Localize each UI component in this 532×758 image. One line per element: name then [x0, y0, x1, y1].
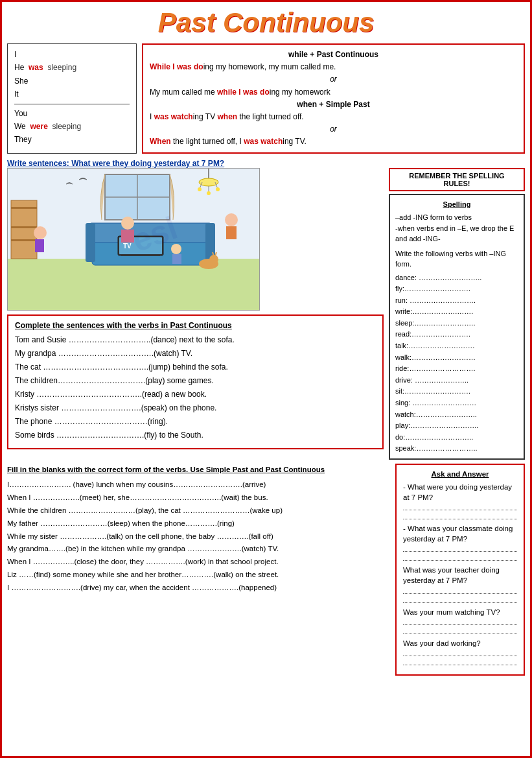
- spelling-rule-2: -when verbs end in –E, we drop the E and…: [395, 223, 518, 244]
- complete-sentence-2: The cat …………………………………..(jump) behind the…: [15, 361, 376, 373]
- ask-q-3: Was your mum watching TV?: [403, 607, 517, 617]
- ask-q-4: Was your dad working?: [403, 638, 517, 648]
- complete-sentence-7: Some birds …………………………….(fly) to the Sout…: [15, 429, 376, 441]
- verb-2: run: ……………………….: [395, 295, 518, 307]
- conj-you: You: [14, 107, 130, 120]
- rule-or-1: or: [150, 73, 517, 86]
- spelling-rule-1: –add -ING form to verbs: [395, 212, 518, 223]
- complete-sentence-4: Kristy …………………………………..(read) a new book.: [15, 388, 376, 400]
- verb-14: do:………………………..: [395, 432, 518, 444]
- svg-rect-16: [11, 239, 37, 241]
- ask-dots-4b: [403, 660, 517, 665]
- verb-4: sleep:……………………..: [395, 318, 518, 329]
- svg-point-11: [207, 191, 211, 195]
- fill-7: Liz ……(find) some money while she and he…: [7, 569, 390, 581]
- complete-title: Complete the sentences with the verbs in…: [15, 321, 376, 330]
- fill-6: When I ……………..(close) the door, they …………: [7, 556, 390, 568]
- verb-10: sit:……………………….: [395, 386, 518, 397]
- complete-sentence-5: Kristys sister ………………………….(speak) on the…: [15, 402, 376, 414]
- ask-dots-0b: [403, 514, 517, 519]
- conj-i: I: [14, 48, 130, 61]
- svg-text:TV: TV: [123, 243, 132, 250]
- fill-0: I……………………. (have) lunch when my cousins……: [7, 479, 390, 491]
- fill-1: When I ……………….(meet) her, she………………………………: [7, 492, 390, 504]
- svg-rect-19: [86, 223, 95, 262]
- svg-rect-32: [35, 239, 44, 252]
- rule-example-3: I was watching TV when the light turned …: [150, 111, 517, 123]
- ask-dots-0: [403, 505, 517, 510]
- fill-4: While my sister ……………….(talk) on the cel…: [7, 531, 390, 543]
- fill-title: Fill in the blanks with the correct form…: [7, 464, 390, 475]
- sleeping2-label: sleeping: [52, 122, 81, 131]
- page-container: Past Continuous I He was sleeping She It…: [7, 7, 525, 676]
- ask-dots-1b: [403, 556, 517, 561]
- top-section: I He was sleeping She It You We were sle…: [7, 43, 525, 154]
- rule-title-2: when + Simple Past: [150, 99, 517, 111]
- verb-list: dance: ……………….…….. fly:………………………. run: ……: [395, 272, 518, 455]
- complete-sentence-6: The phone ………………………………(ring).: [15, 416, 376, 427]
- svg-point-34: [209, 255, 218, 264]
- verb-6: talk:……………………….: [395, 340, 518, 352]
- ask-dots-3: [403, 620, 517, 625]
- rule-title-1: while + Past Continuous: [150, 49, 517, 61]
- ask-q-1: - What was your classmate doing yesterda…: [403, 523, 517, 544]
- verb-11: sing: ………………………: [395, 397, 518, 409]
- svg-point-29: [225, 213, 238, 226]
- ask-title: Ask and Answer: [403, 470, 517, 478]
- svg-rect-15: [11, 226, 37, 228]
- were-label: were: [30, 122, 47, 131]
- svg-point-12: [216, 187, 220, 191]
- page-title: Past Continuous: [7, 7, 525, 38]
- conjugation-box: I He was sleeping She It You We were sle…: [7, 43, 137, 154]
- remember-box: REMEMBER THE SPELLING RULES!: [389, 168, 525, 191]
- conj-she: She: [14, 75, 130, 88]
- conj-he: He was sleeping: [14, 61, 130, 74]
- svg-rect-14: [11, 207, 37, 209]
- complete-sentence-1: My grandpa ……………………………….(watch) TV.: [15, 348, 376, 359]
- rule-example-1: While I was doing my homework, my mum ca…: [150, 61, 517, 73]
- complete-sentence-3: The children…………………………….(play) some game…: [15, 375, 376, 386]
- bottom-section: Fill in the blanks with the correct form…: [7, 464, 525, 676]
- verb-13: play:………………………..: [395, 420, 518, 432]
- spelling-intro: Write the following verbs with –ING form…: [395, 248, 518, 270]
- fill-box: Fill in the blanks with the correct form…: [7, 464, 390, 676]
- rules-box: while + Past Continuous While I was doin…: [142, 43, 525, 154]
- svg-point-31: [34, 226, 47, 239]
- conj-we: We were sleeping: [14, 120, 130, 133]
- svg-rect-0: [8, 259, 259, 311]
- spelling-title: Spelling: [395, 199, 518, 210]
- rule-or-2: or: [150, 123, 517, 136]
- ask-q-0: - What were you doing yesterday at 7 PM?: [403, 482, 517, 503]
- complete-sentence-0: Tom and Susie …………………………..(dance) next t…: [15, 334, 376, 346]
- sleeping-label: sleeping: [47, 63, 76, 72]
- verb-12: watch:……………………..: [395, 409, 518, 421]
- spelling-box: Spelling –add -ING form to verbs -when v…: [389, 194, 525, 460]
- svg-point-10: [198, 187, 202, 191]
- svg-rect-28: [172, 254, 181, 264]
- ask-dots-1: [403, 547, 517, 552]
- ask-dots-3b: [403, 629, 517, 634]
- verb-9: drive: …………………..: [395, 375, 518, 386]
- rule-example-4: When the light turned off, I was watchin…: [150, 136, 517, 148]
- fill-8: I ……………………….(drive) my car, when the acc…: [7, 582, 390, 594]
- svg-rect-30: [226, 226, 237, 239]
- conj-they: They: [14, 133, 130, 146]
- ask-dots-4: [403, 651, 517, 656]
- conj-it: It: [14, 88, 130, 101]
- rule-example-2: My mum called me while I was doing my ho…: [150, 86, 517, 99]
- was-label: was: [29, 63, 43, 72]
- conj-divider: [14, 104, 130, 104]
- verb-0: dance: ……………….……..: [395, 272, 518, 284]
- ask-answer-box: Ask and Answer - What were you doing yes…: [395, 464, 525, 676]
- svg-rect-13: [11, 200, 37, 259]
- main-layout: TV: [7, 168, 525, 460]
- verb-5: read:…………………….: [395, 329, 518, 340]
- left-column: TV: [7, 168, 384, 460]
- write-label: Write sentences: What were they doing ye…: [7, 159, 525, 168]
- ask-dots-2: [403, 589, 517, 594]
- ask-dots-2b: [403, 598, 517, 603]
- complete-box: Complete the sentences with the verbs in…: [7, 314, 384, 449]
- ask-q-2: What was your teacher doing yesterday at…: [403, 565, 517, 586]
- verb-1: fly:……………………….: [395, 283, 518, 295]
- verb-3: write:……………….…….: [395, 306, 518, 318]
